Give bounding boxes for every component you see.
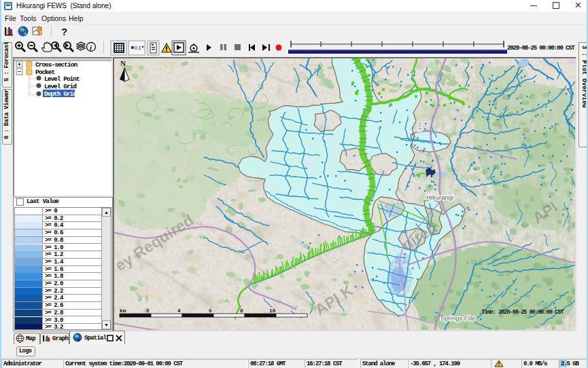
svg-text:4: 4 [177,308,181,314]
svg-text:0.1: 0.1 [135,45,141,50]
svg-text:8: 8 [240,308,243,314]
svg-text:Level Point: Level Point [44,75,80,83]
svg-text:i: i [90,43,92,52]
svg-text:N: N [120,59,126,67]
svg-text:Time: 2020-08-25 00:00:00 CST: Time: 2020-08-25 00:00:00 CST [481,309,564,316]
svg-text:2: 2 [146,308,150,314]
svg-text:6: 6 [209,308,212,314]
svg-text:Hikurangi: Hikurangi [426,194,453,201]
svg-text:?: ? [61,26,67,37]
svg-text:SH 1: SH 1 [416,122,423,135]
svg-text:km: km [120,308,126,314]
svg-text:Cross-section: Cross-section [35,61,77,69]
svg-text:Springs Flat: Springs Flat [440,314,475,322]
svg-text:10: 10 [269,308,276,314]
svg-text:Level Grid: Level Grid [44,83,77,90]
svg-text:Depth Grid: Depth Grid [44,90,77,98]
